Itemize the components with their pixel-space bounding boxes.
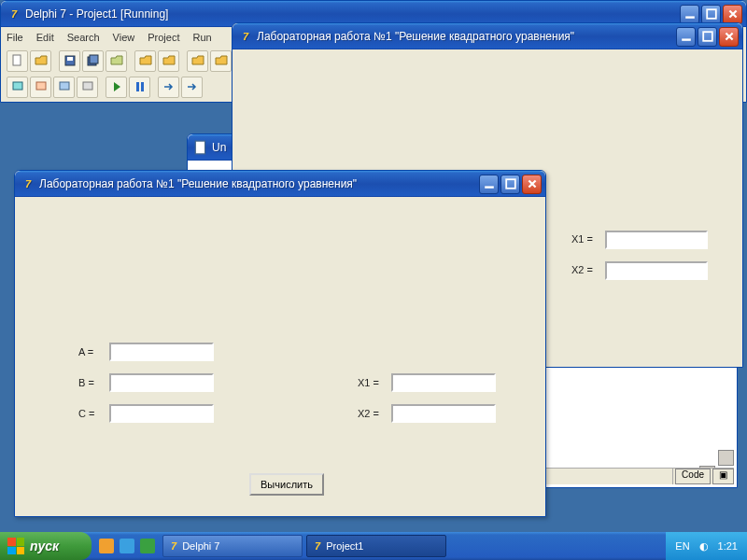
delphi-icon: 7 [21,176,35,191]
system-tray: EN ◐ 1:21 [666,532,747,560]
designer-title: Лабораторная работа №1 "Решение квадратн… [257,30,674,43]
start-button[interactable]: пуск [0,532,92,560]
run-button[interactable] [106,77,127,98]
svg-rect-2 [13,55,21,65]
calculate-button[interactable]: Вычислить [249,473,324,496]
svg-rect-4 [67,57,73,61]
ql-icon-2[interactable] [120,539,134,553]
ql-icon-3[interactable] [140,539,155,553]
svg-rect-1 [707,9,716,19]
taskbar: пуск 7 Delphi 7 7 Project1 EN ◐ 1:21 [0,532,747,560]
task-delphi-label: Delphi 7 [182,540,219,552]
label-x1: X1 = [358,377,379,388]
taskbar-item-project[interactable]: 7 Project1 [306,535,446,557]
step-button[interactable] [158,77,179,98]
folder1-button[interactable] [134,50,156,72]
folder3-button[interactable] [187,50,208,72]
designer-edit-x1[interactable] [605,231,708,249]
svg-rect-7 [13,82,22,90]
svg-rect-12 [141,82,144,91]
label-x2: X2 = [358,408,379,419]
folder4-button[interactable] [210,50,232,72]
svg-rect-13 [195,141,204,154]
svg-rect-17 [506,179,515,189]
designer-label-x2[interactable]: X2 = [571,264,593,275]
svg-rect-0 [685,16,695,18]
menu-edit[interactable]: Edit [36,32,54,43]
svg-rect-9 [60,82,69,90]
app-client-area: A = B = C = X1 = X2 = Вычислить [18,197,543,513]
code-tab[interactable]: Code [675,469,711,484]
app-title: Лабораторная работа №1 "Решение квадратн… [39,177,477,190]
open-project-button[interactable] [106,50,127,72]
maximize-button[interactable] [500,175,520,194]
taskbar-item-delphi[interactable]: 7 Delphi 7 [162,535,303,557]
menu-file[interactable]: File [7,32,23,43]
delphi-icon: 7 [315,540,320,552]
label-b: B = [78,377,94,388]
open-button[interactable] [30,50,51,72]
close-button[interactable] [723,5,742,24]
view3-button[interactable] [53,77,75,98]
menu-search[interactable]: Search [67,32,100,43]
view4-button[interactable] [77,77,98,98]
ql-icon-1[interactable] [99,539,114,553]
view1-button[interactable] [7,77,28,98]
close-button[interactable] [719,27,739,47]
menu-project[interactable]: Project [148,32,179,43]
delphi-icon: 7 [171,540,176,552]
svg-rect-6 [90,55,98,63]
task-project-label: Project1 [326,540,363,552]
app-titlebar[interactable]: 7 Лабораторная работа №1 "Решение квадра… [15,171,545,197]
designer-edit-x2[interactable] [605,261,708,280]
windows-logo-icon [7,538,24,554]
minimize-button[interactable] [479,175,499,194]
language-indicator[interactable]: EN [675,540,689,552]
svg-rect-10 [83,82,92,90]
maximize-button[interactable] [701,5,721,24]
svg-rect-11 [136,82,139,91]
delphi-icon: 7 [7,7,21,21]
new-button[interactable] [7,50,28,72]
svg-rect-14 [682,38,691,40]
label-a: A = [78,346,93,357]
scrollbar-down-icon[interactable] [718,450,734,466]
designer-titlebar[interactable]: 7 Лабораторная работа №1 "Решение квадра… [233,23,742,49]
start-label: пуск [30,539,59,553]
step2-button[interactable] [181,77,203,98]
designer-label-x1[interactable]: X1 = [571,233,593,245]
menu-view[interactable]: View [113,32,135,43]
svg-rect-16 [485,186,494,188]
minimize-button[interactable] [680,5,699,24]
saveall-button[interactable] [82,50,104,72]
clock: 1:21 [718,540,738,552]
running-app-window: 7 Лабораторная работа №1 "Решение квадра… [14,170,546,517]
view2-button[interactable] [30,77,51,98]
save-button[interactable] [59,50,80,72]
close-button[interactable] [522,175,542,194]
output-x2[interactable] [391,404,496,423]
input-c[interactable] [109,404,214,423]
pause-button[interactable] [129,77,150,98]
svg-rect-8 [36,82,46,90]
svg-rect-15 [703,32,712,41]
diagram-tab-icon[interactable]: ▣ [712,469,734,484]
menu-run[interactable]: Run [192,32,211,43]
tray-icon[interactable]: ◐ [699,540,709,553]
ide-title: Delphi 7 - Project1 [Running] [25,7,678,21]
doc-icon [193,140,208,155]
delphi-icon: 7 [238,29,253,44]
maximize-button[interactable] [698,27,717,47]
quicklaunch [99,539,155,553]
input-b[interactable] [109,373,214,392]
label-c: C = [78,408,94,419]
folder2-button[interactable] [158,50,179,72]
input-a[interactable] [109,343,214,361]
output-x1[interactable] [391,373,496,392]
minimize-button[interactable] [676,27,696,47]
